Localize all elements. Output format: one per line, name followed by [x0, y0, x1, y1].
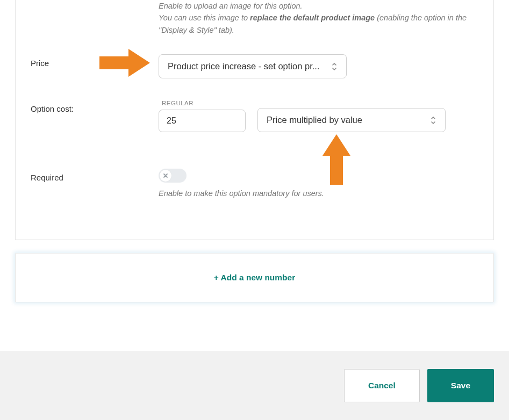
option-cost-label: Option cost: [31, 100, 159, 113]
option-cost-row: Option cost: REGULAR Price multiplied by… [31, 78, 478, 132]
chevrons-icon [430, 116, 436, 125]
required-help-text: Enable to make this option mandatory for… [159, 189, 478, 198]
image-help-text: Enable to upload an image for this optio… [159, 0, 478, 36]
required-toggle[interactable] [159, 169, 187, 183]
image-help-line2-bold: replace the default product image [250, 13, 375, 22]
image-help-line2-prefix: You can use this image to [159, 13, 250, 22]
regular-label: REGULAR [162, 100, 246, 106]
required-row: Required Enable to make this option mand… [31, 132, 478, 198]
chevrons-icon [331, 62, 338, 71]
required-label: Required [31, 169, 159, 182]
price-select[interactable]: Product price increase - set option pr..… [159, 54, 347, 78]
toggle-knob [160, 170, 171, 182]
options-panel: Enable to upload an image for this optio… [15, 0, 494, 240]
add-number-panel[interactable]: + Add a new number [15, 253, 494, 302]
price-row: Price Product price increase - set optio… [31, 39, 478, 78]
close-icon [163, 173, 168, 178]
save-button[interactable]: Save [427, 369, 494, 402]
price-multiplier-select[interactable]: Price multiplied by value [257, 108, 446, 132]
regular-price-input[interactable] [159, 110, 246, 132]
footer-bar: Cancel Save [0, 351, 509, 420]
price-select-value: Product price increase - set option pr..… [168, 61, 319, 71]
price-multiplier-value: Price multiplied by value [267, 115, 362, 125]
cancel-button[interactable]: Cancel [344, 369, 420, 402]
add-number-link[interactable]: + Add a new number [214, 273, 295, 282]
regular-price-stack: REGULAR [159, 100, 246, 132]
image-help-line1: Enable to upload an image for this optio… [159, 2, 303, 10]
arrow-right-icon [99, 49, 150, 77]
